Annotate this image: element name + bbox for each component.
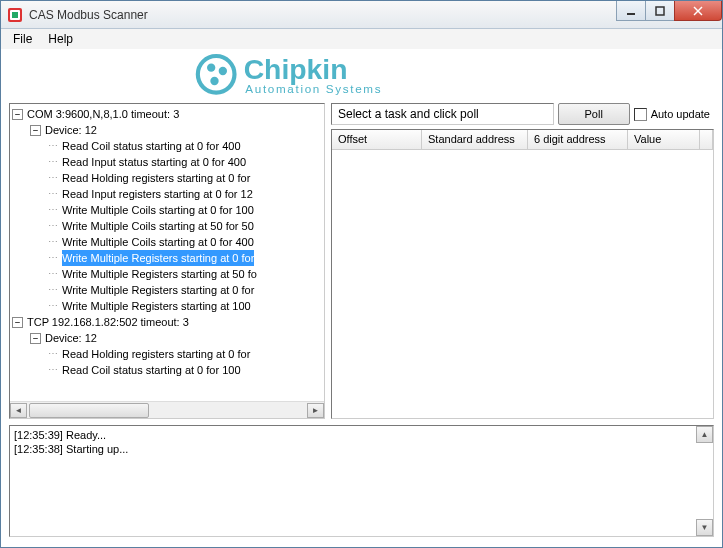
tree-task[interactable]: ⋯Read Coil status starting at 0 for 400	[10, 138, 324, 154]
task-prompt: Select a task and click poll	[331, 103, 554, 125]
logo-area: Chipkin Automation Systems	[1, 49, 722, 99]
window-buttons	[617, 1, 722, 21]
tree-leaf-icon: ⋯	[48, 202, 59, 218]
tree-task[interactable]: ⋯Read Holding registers starting at 0 fo…	[10, 170, 324, 186]
col-value[interactable]: Value	[628, 130, 700, 149]
tree-panel: −COM 3:9600,N,8,1.0 timeout: 3−Device: 1…	[9, 103, 325, 419]
titlebar: CAS Modbus Scanner	[1, 1, 722, 29]
tree-conn-com[interactable]: −COM 3:9600,N,8,1.0 timeout: 3	[10, 106, 324, 122]
tree-label: Write Multiple Coils starting at 50 for …	[62, 218, 254, 234]
task-tree[interactable]: −COM 3:9600,N,8,1.0 timeout: 3−Device: 1…	[10, 104, 324, 401]
tree-leaf-icon: ⋯	[48, 234, 59, 250]
tree-device[interactable]: −Device: 12	[10, 330, 324, 346]
tree-label: Read Input status starting at 0 for 400	[62, 154, 246, 170]
content-area: −COM 3:9600,N,8,1.0 timeout: 3−Device: 1…	[1, 99, 722, 419]
tree-task[interactable]: ⋯Write Multiple Registers starting at 50…	[10, 266, 324, 282]
svg-point-9	[218, 67, 226, 75]
tree-device[interactable]: −Device: 12	[10, 122, 324, 138]
tree-leaf-icon: ⋯	[48, 138, 59, 154]
tree-toggle-icon[interactable]: −	[30, 125, 41, 136]
tree-label: Read Holding registers starting at 0 for	[62, 170, 250, 186]
auto-update-checkbox[interactable]	[634, 108, 647, 121]
tree-label: Write Multiple Registers starting at 0 f…	[62, 250, 254, 266]
maximize-button[interactable]	[645, 1, 675, 21]
tree-leaf-icon: ⋯	[48, 186, 59, 202]
tree-toggle-icon[interactable]: −	[12, 317, 23, 328]
scroll-thumb[interactable]	[29, 403, 149, 418]
grid-body	[332, 150, 713, 418]
logo-subtitle-text: Automation Systems	[245, 82, 382, 95]
scroll-track[interactable]	[27, 403, 307, 418]
logo-brand-text: Chipkin	[243, 53, 347, 85]
menu-help[interactable]: Help	[40, 30, 81, 48]
tree-toggle-icon[interactable]: −	[30, 333, 41, 344]
grid-header: Offset Standard address 6 digit address …	[332, 130, 713, 150]
svg-point-7	[197, 56, 234, 93]
close-button[interactable]	[674, 1, 722, 21]
tree-label: Device: 12	[45, 330, 97, 346]
svg-rect-2	[12, 12, 18, 18]
tree-label: Write Multiple Registers starting at 0 f…	[62, 282, 254, 298]
tree-label: Write Multiple Coils starting at 0 for 4…	[62, 234, 254, 250]
tree-task[interactable]: ⋯Read Coil status starting at 0 for 100	[10, 362, 324, 378]
tree-label: Read Holding registers starting at 0 for	[62, 346, 250, 362]
result-grid: Offset Standard address 6 digit address …	[331, 129, 714, 419]
tree-task[interactable]: ⋯Write Multiple Coils starting at 0 for …	[10, 202, 324, 218]
svg-point-8	[207, 64, 215, 72]
minimize-button[interactable]	[616, 1, 646, 21]
tree-label: TCP 192.168.1.82:502 timeout: 3	[27, 314, 189, 330]
tree-leaf-icon: ⋯	[48, 362, 59, 378]
tree-label: Read Coil status starting at 0 for 100	[62, 362, 241, 378]
tree-task[interactable]: ⋯Read Input status starting at 0 for 400	[10, 154, 324, 170]
svg-rect-4	[656, 7, 664, 15]
tree-label: Read Coil status starting at 0 for 400	[62, 138, 241, 154]
tree-task[interactable]: ⋯Write Multiple Registers starting at 10…	[10, 298, 324, 314]
tree-label: COM 3:9600,N,8,1.0 timeout: 3	[27, 106, 179, 122]
tree-label: Device: 12	[45, 122, 97, 138]
scroll-right-icon[interactable]: ►	[307, 403, 324, 418]
scroll-left-icon[interactable]: ◄	[10, 403, 27, 418]
log-scroll-down-icon[interactable]: ▼	[696, 519, 713, 536]
tree-leaf-icon: ⋯	[48, 250, 59, 266]
tree-task[interactable]: ⋯Write Multiple Registers starting at 0 …	[10, 250, 324, 266]
auto-update-toggle[interactable]: Auto update	[634, 108, 714, 121]
auto-update-label: Auto update	[651, 108, 710, 120]
tree-task[interactable]: ⋯Write Multiple Registers starting at 0 …	[10, 282, 324, 298]
tree-task[interactable]: ⋯Read Input registers starting at 0 for …	[10, 186, 324, 202]
log-line: [12:35:39] Ready...	[14, 428, 709, 442]
window-title: CAS Modbus Scanner	[29, 8, 148, 22]
tree-leaf-icon: ⋯	[48, 154, 59, 170]
tree-label: Read Input registers starting at 0 for 1…	[62, 186, 253, 202]
tree-task[interactable]: ⋯Write Multiple Coils starting at 50 for…	[10, 218, 324, 234]
tree-task[interactable]: ⋯Write Multiple Coils starting at 0 for …	[10, 234, 324, 250]
tree-hscrollbar[interactable]: ◄ ►	[10, 401, 324, 418]
tree-leaf-icon: ⋯	[48, 282, 59, 298]
log-line: [12:35:38] Starting up...	[14, 442, 709, 456]
tree-leaf-icon: ⋯	[48, 298, 59, 314]
col-tail	[700, 130, 713, 149]
log-panel: [12:35:39] Ready...[12:35:38] Starting u…	[9, 425, 714, 537]
right-panel: Select a task and click poll Poll Auto u…	[331, 103, 714, 419]
tree-leaf-icon: ⋯	[48, 346, 59, 362]
app-icon	[7, 7, 23, 23]
col-offset[interactable]: Offset	[332, 130, 422, 149]
tree-label: Write Multiple Registers starting at 50 …	[62, 266, 257, 282]
svg-point-10	[210, 77, 218, 85]
tree-conn-tcp[interactable]: −TCP 192.168.1.82:502 timeout: 3	[10, 314, 324, 330]
poll-button[interactable]: Poll	[558, 103, 630, 125]
tree-task[interactable]: ⋯Read Holding registers starting at 0 fo…	[10, 346, 324, 362]
tree-leaf-icon: ⋯	[48, 170, 59, 186]
log-scroll-up-icon[interactable]: ▲	[696, 426, 713, 443]
col-standard[interactable]: Standard address	[422, 130, 528, 149]
tree-label: Write Multiple Coils starting at 0 for 1…	[62, 202, 254, 218]
col-sixdigit[interactable]: 6 digit address	[528, 130, 628, 149]
menu-file[interactable]: File	[5, 30, 40, 48]
tree-leaf-icon: ⋯	[48, 218, 59, 234]
task-bar: Select a task and click poll Poll Auto u…	[331, 103, 714, 125]
menubar: File Help	[1, 29, 722, 49]
tree-leaf-icon: ⋯	[48, 266, 59, 282]
tree-label: Write Multiple Registers starting at 100	[62, 298, 251, 314]
tree-toggle-icon[interactable]: −	[12, 109, 23, 120]
